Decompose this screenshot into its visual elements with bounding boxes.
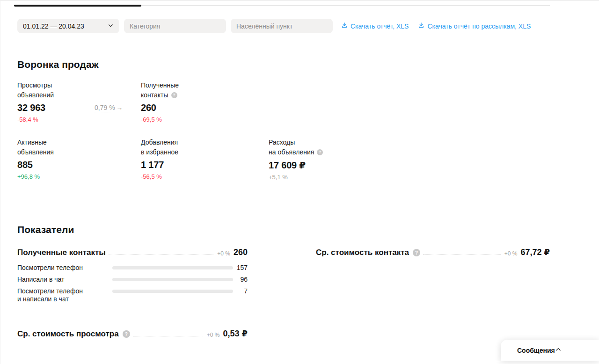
metric-label-text: контакты	[141, 90, 168, 100]
dotted-leader	[109, 255, 213, 255]
metric-label: на объявления ?	[269, 147, 476, 157]
dotted-leader	[423, 255, 501, 255]
metric-received-contacts: Полученные контакты ? 260 -69,5 %	[141, 80, 269, 123]
bar-value: 7	[244, 287, 248, 295]
funnel-spacer	[269, 80, 476, 123]
kpi-value: 0,53 ₽	[223, 329, 248, 339]
dotted-leader	[133, 336, 203, 336]
bar-track	[112, 278, 233, 281]
bar-row-phone-and-chat: Посмотрели телефон и написали в чат 7	[17, 287, 248, 303]
download-report-link[interactable]: Скачать отчёт, XLS	[341, 22, 409, 30]
bar-label-line2: и написали в чат	[17, 295, 69, 303]
conversion-rate: 0,79 %→	[95, 104, 123, 111]
kpi-delta: +0 %	[207, 332, 220, 338]
help-icon[interactable]: ?	[171, 92, 177, 98]
messenger-dock[interactable]: Сообщения	[501, 340, 599, 361]
kpi-label: Ср. стоимость контакта	[316, 248, 409, 257]
metric-ad-views: Просмотры объявлений 32 963 -58,4 %	[17, 80, 141, 123]
sales-funnel: Просмотры объявлений 32 963 -58,4 % Полу…	[17, 80, 476, 181]
bar-value: 157	[237, 264, 248, 272]
metric-label: контакты ?	[141, 90, 269, 100]
metric-active-ads: Активные объявления 885 +96,8 %	[17, 138, 141, 181]
bar-label: Посмотрели телефон	[17, 264, 112, 272]
kpi-header: Ср. стоимость просмотра ? +0 % 0,53 ₽	[17, 329, 248, 339]
kpi-header: Ср. стоимость контакта ? +0 % 67,72 ₽	[316, 248, 550, 257]
metric-label: объявлений	[17, 90, 141, 100]
bottom-divider	[0, 361, 599, 361]
download-mailing-report-link[interactable]: Скачать отчёт по рассылкам, XLS	[418, 22, 531, 30]
category-input[interactable]	[124, 19, 226, 33]
tab-bar	[14, 5, 550, 6]
metric-label: Активные	[17, 138, 141, 147]
chevron-down-icon	[108, 22, 114, 30]
bar-value: 96	[240, 276, 248, 284]
chevron-up-icon[interactable]	[555, 346, 562, 355]
kpi-delta: +0 %	[217, 250, 230, 257]
active-tab-indicator[interactable]	[14, 5, 141, 7]
kpi-label: Полученные контакты	[17, 248, 106, 257]
bar-track	[112, 266, 233, 269]
conversion-value[interactable]: 0,79 %	[95, 104, 115, 112]
bar-row-chat-messages: Написали в чат 96	[17, 276, 248, 284]
kpi-label: Ср. стоимость просмотра	[17, 329, 119, 339]
metric-favorites: Добавления в избранное 1 177 -56,5 %	[141, 138, 269, 181]
metric-delta: -69,5 %	[141, 116, 269, 123]
metric-delta: -56,5 %	[141, 173, 269, 180]
bar-label-line1: Посмотрели телефон	[17, 287, 83, 295]
download-icon	[418, 22, 424, 30]
metric-value: 1 177	[141, 160, 269, 170]
bar-label: Написали в чат	[17, 276, 112, 284]
help-icon[interactable]: ?	[123, 330, 130, 338]
metric-label: Добавления	[141, 138, 269, 147]
filters-row: 01.01.22 — 20.04.23 Скачать отчёт, XLS С…	[17, 19, 531, 33]
funnel-title: Воронка продаж	[17, 59, 99, 70]
metric-ad-spend: Расходы на объявления ? 17 609 ₽ +5,1 %	[269, 138, 476, 181]
bar-track	[112, 290, 233, 293]
kpi-value: 260	[234, 248, 248, 257]
help-icon[interactable]: ?	[413, 249, 420, 256]
metric-delta: +5,1 %	[269, 174, 476, 181]
metric-delta: -58,4 %	[17, 116, 141, 123]
messenger-label: Сообщения	[517, 347, 555, 354]
kpi-received-contacts: Полученные контакты +0 % 260 Посмотрели …	[17, 248, 248, 307]
analytics-page: 01.01.22 — 20.04.23 Скачать отчёт, XLS С…	[0, 0, 599, 364]
date-range-select[interactable]: 01.01.22 — 20.04.23	[17, 19, 119, 33]
arrow-right-icon: →	[117, 104, 123, 111]
metric-label: Полученные	[141, 80, 269, 90]
download-icon	[341, 22, 348, 30]
metric-value: 885	[17, 160, 141, 170]
metric-value: 17 609 ₽	[269, 160, 476, 171]
download-report-label: Скачать отчёт, XLS	[351, 22, 409, 30]
download-links: Скачать отчёт, XLS Скачать отчёт по расс…	[341, 22, 531, 30]
help-icon[interactable]: ?	[317, 149, 323, 155]
date-range-value: 01.01.22 — 20.04.23	[23, 22, 84, 30]
metric-label: объявления	[17, 147, 141, 157]
metric-value: 260	[141, 102, 269, 113]
left-divider	[0, 0, 0, 364]
kpi-avg-view-cost: Ср. стоимость просмотра ? +0 % 0,53 ₽	[17, 329, 248, 339]
metric-label: Просмотры	[17, 80, 141, 90]
metric-label-text: на объявления	[269, 147, 314, 157]
kpi-value: 67,72 ₽	[520, 248, 550, 257]
top-divider	[0, 0, 599, 0]
contacts-bar-chart: Посмотрели телефон 157 Написали в чат 96…	[17, 264, 248, 303]
kpi-avg-contact-cost: Ср. стоимость контакта ? +0 % 67,72 ₽	[316, 248, 550, 257]
metric-label: Расходы	[269, 138, 476, 147]
download-mailing-report-label: Скачать отчёт по рассылкам, XLS	[427, 22, 531, 30]
city-input[interactable]	[231, 19, 333, 33]
bar-row-phone-views: Посмотрели телефон 157	[17, 264, 248, 272]
metric-delta: +96,8 %	[17, 173, 141, 180]
kpi-header: Полученные контакты +0 % 260	[17, 248, 248, 257]
metric-label: в избранное	[141, 147, 269, 157]
indicators-title: Показатели	[17, 224, 74, 235]
kpi-delta: +0 %	[504, 250, 518, 257]
bar-label: Посмотрели телефон и написали в чат	[17, 287, 112, 303]
